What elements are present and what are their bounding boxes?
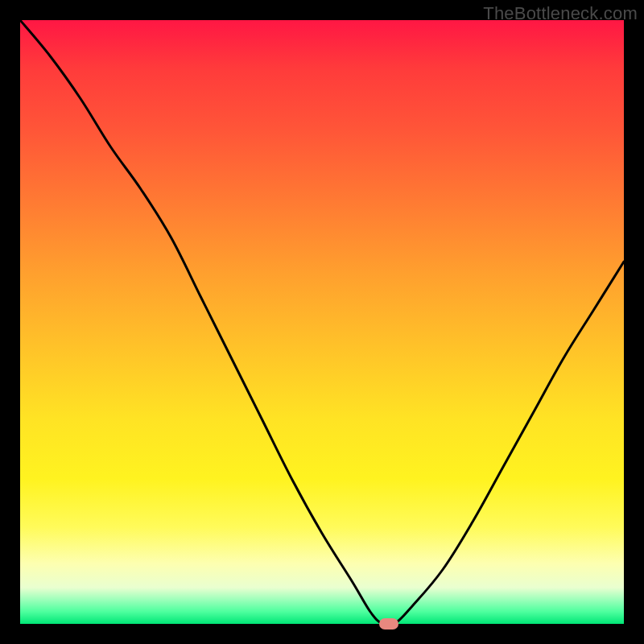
bottleneck-curve (20, 20, 624, 624)
watermark-text: TheBottleneck.com (483, 3, 638, 24)
minimum-marker (379, 618, 398, 630)
plot-area (20, 20, 624, 624)
chart-frame: TheBottleneck.com (0, 0, 644, 644)
